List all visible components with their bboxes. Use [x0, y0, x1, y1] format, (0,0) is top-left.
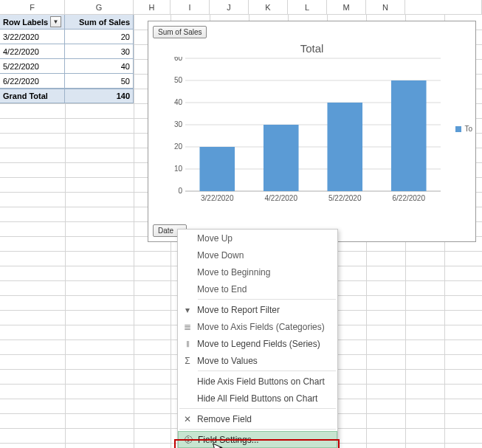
sigma-icon: Σ [178, 356, 197, 366]
table-row[interactable]: 4/22/202030 [0, 44, 134, 59]
svg-text:6/22/2020: 6/22/2020 [393, 194, 426, 202]
col-header-f[interactable]: F [0, 0, 65, 14]
row-labels-text: Row Labels [3, 18, 48, 27]
menu-item-label: Move to Values [197, 356, 258, 366]
svg-text:20: 20 [174, 142, 183, 151]
menu-separator [198, 371, 336, 371]
value-field-button[interactable]: Sum of Sales [153, 26, 207, 38]
menu-item-move-to-report-filter[interactable]: ▾Move to Report Filter [178, 301, 337, 318]
menu-item-label: Move to Axis Fields (Categories) [197, 322, 325, 332]
chart-title[interactable]: Total [148, 42, 475, 55]
chart-legend[interactable]: To [455, 125, 472, 133]
menu-item-label: Move to Report Filter [197, 305, 280, 315]
pivot-chart[interactable]: Sum of Sales Total 01020304050603/22/202… [148, 21, 476, 242]
col-header-i[interactable]: I [171, 0, 210, 14]
col-header-m[interactable]: M [327, 0, 366, 14]
info-icon: 🛈 [179, 435, 198, 445]
legend-label: To [464, 125, 472, 133]
svg-rect-17 [264, 125, 299, 191]
menu-separator [179, 408, 336, 409]
sum-of-sales-text: Sum of Sales [79, 18, 130, 27]
menu-item-label: Hide Axis Field Buttons on Chart [197, 376, 325, 387]
svg-text:60: 60 [174, 57, 183, 62]
col-header-h[interactable]: H [134, 0, 171, 14]
row-value[interactable]: 40 [65, 59, 134, 74]
col-header-k[interactable]: K [249, 0, 288, 14]
grand-total-value: 140 [65, 89, 134, 103]
menu-item-hide-all-field-buttons-on-chart[interactable]: Hide All Field Buttons on Chart [178, 390, 337, 407]
menu-item-label: Remove Field [197, 414, 252, 424]
menu-item-label: Move to End [197, 284, 247, 294]
menu-item-move-to-beginning: Move to Beginning [178, 263, 337, 280]
menu-item-label: Move to Legend Fields (Series) [197, 339, 320, 349]
svg-text:4/22/2020: 4/22/2020 [265, 194, 298, 202]
svg-text:40: 40 [174, 98, 183, 106]
col-header-g[interactable]: G [65, 0, 134, 14]
menu-item-label: Move Up [197, 233, 233, 244]
menu-item-remove-field[interactable]: ✕Remove Field [178, 410, 337, 427]
row-label[interactable]: 3/22/2020 [0, 30, 65, 44]
menu-item-label: Field Settings... [198, 435, 259, 445]
row-value[interactable]: 20 [65, 30, 134, 44]
chart-plot-area: 01020304050603/22/20204/22/20205/22/2020… [169, 57, 442, 204]
row-value[interactable]: 30 [65, 44, 134, 59]
col-header-n[interactable]: N [366, 0, 405, 14]
table-row[interactable]: 5/22/202040 [0, 59, 134, 74]
svg-text:50: 50 [174, 76, 183, 84]
svg-text:3/22/2020: 3/22/2020 [201, 194, 234, 202]
svg-text:0: 0 [178, 187, 182, 195]
row-labels-header[interactable]: Row Labels ▼ [0, 15, 65, 30]
menu-item-label: Move Down [197, 250, 244, 261]
svg-rect-21 [391, 80, 427, 191]
svg-rect-19 [327, 103, 362, 191]
menu-item-move-to-values[interactable]: ΣMove to Values [178, 352, 337, 369]
menu-item-field-settings[interactable]: 🛈Field Settings... [178, 431, 337, 448]
col-header-l[interactable]: L [288, 0, 327, 14]
funnel-icon: ▾ [178, 305, 197, 315]
menu-item-move-to-axis-fields-categories: ≣Move to Axis Fields (Categories) [178, 318, 337, 335]
svg-text:10: 10 [174, 165, 183, 173]
col-header-j[interactable]: J [210, 0, 249, 14]
menu-separator [179, 429, 336, 430]
pivot-table: Row Labels ▼ Sum of Sales 3/22/2020204/2… [0, 15, 134, 103]
bars-v-icon: ⦀ [178, 339, 197, 349]
menu-item-move-down: Move Down [178, 247, 337, 263]
menu-item-hide-axis-field-buttons-on-chart[interactable]: Hide Axis Field Buttons on Chart [178, 373, 337, 390]
svg-rect-15 [199, 147, 235, 191]
row-value[interactable]: 50 [65, 74, 134, 89]
row-label[interactable]: 4/22/2020 [0, 44, 65, 59]
legend-swatch-icon [455, 126, 461, 132]
bars-h-icon: ≣ [178, 322, 197, 332]
menu-item-move-to-legend-fields-series[interactable]: ⦀Move to Legend Fields (Series) [178, 335, 337, 352]
svg-text:5/22/2020: 5/22/2020 [328, 194, 362, 202]
grand-total-label: Grand Total [0, 89, 65, 103]
menu-item-move-up: Move Up [178, 230, 337, 247]
field-context-menu: Move UpMove DownMove to BeginningMove to… [177, 229, 338, 448]
menu-separator [198, 299, 336, 300]
menu-item-move-to-end: Move to End [178, 280, 337, 297]
menu-item-label: Hide All Field Buttons on Chart [197, 393, 317, 404]
menu-item-label: Move to Beginning [197, 267, 270, 278]
sum-of-sales-header[interactable]: Sum of Sales [65, 15, 134, 30]
table-row[interactable]: 6/22/202050 [0, 74, 134, 89]
row-labels-dropdown[interactable]: ▼ [50, 16, 61, 27]
col-header-extra[interactable] [405, 0, 482, 14]
svg-text:30: 30 [174, 120, 183, 128]
x-icon: ✕ [178, 414, 197, 424]
row-label[interactable]: 6/22/2020 [0, 74, 65, 89]
table-row[interactable]: 3/22/202020 [0, 30, 134, 44]
row-label[interactable]: 5/22/2020 [0, 59, 65, 74]
